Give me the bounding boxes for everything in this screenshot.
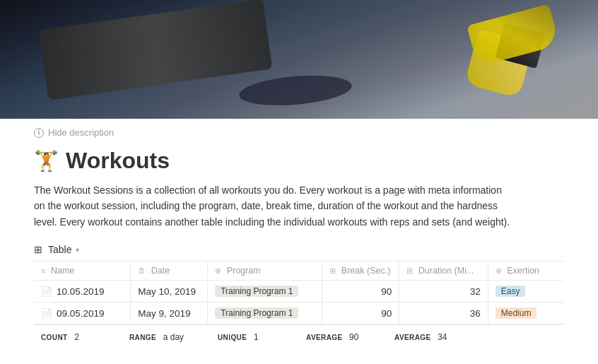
table-row[interactable]: 📄 09.05.2019 May 9, 2019 Training Progra… [34,303,564,324]
info-icon: i [34,128,44,138]
cell-duration-1: 36 [399,303,488,324]
row-exertion-tag-1[interactable]: Medium [496,307,537,319]
cell-program-0: Training Program 1 [208,281,322,303]
cell-date-0: May 10, 2019 [131,281,208,303]
col-program-label: Program [227,266,261,276]
col-header-break[interactable]: ⊞ Break (Sec.) [322,262,399,281]
page-doc-icon: 📄 [41,308,52,319]
footer-unique-value: 1 [254,332,259,342]
footer-avg-break: AVERAGE 90 [299,329,387,345]
footer-count: COUNT 2 [34,329,122,345]
row-duration-1: 36 [470,308,481,319]
page-content: i Hide description 🏋️ Workouts The Worko… [0,119,598,349]
col-header-program[interactable]: ⊕ Program [208,262,322,281]
table-view-toggle[interactable]: ⊞ Table ▾ [34,244,564,255]
footer-unique-label: UNIQUE [218,334,247,341]
col-header-exertion[interactable]: ⊕ Exertion [488,262,564,281]
footer-unique: UNIQUE 1 [211,329,299,345]
row-name-0[interactable]: 10.05.2019 [57,286,105,297]
row-program-tag-0[interactable]: Training Program 1 [215,286,298,297]
footer-exertion-spacer [476,329,564,345]
table-footer: COUNT 2 RANGE a day UNIQUE 1 AVERAGE 90 … [34,324,564,349]
footer-range: RANGE a day [122,329,211,345]
page-title: Workouts [66,148,170,174]
row-duration-0: 32 [470,286,481,297]
cell-duration-0: 32 [399,281,488,303]
footer-count-label: COUNT [41,334,68,341]
footer-avg-break-label: AVERAGE [306,334,343,341]
cell-exertion-0: Easy [488,281,564,303]
footer-avg-duration: AVERAGE 34 [387,329,476,345]
cell-break-1: 90 [322,303,399,324]
col-header-date[interactable]: 🗓 Date [131,262,208,281]
cell-exertion-1: Medium [488,303,564,324]
table-view-label: Table [48,244,71,255]
page-doc-icon: 📄 [41,286,52,297]
col-date-label: Date [151,266,170,276]
page-title-row: 🏋️ Workouts [34,148,564,174]
row-exertion-tag-0[interactable]: Easy [496,286,526,297]
table-header-row: ≡ Name 🗓 Date ⊕ Program ⊞ Break (Sec.) ⊞ [34,262,564,281]
duration-col-icon: ⊞ [406,266,413,276]
cell-program-1: Training Program 1 [208,303,322,324]
page-description: The Workout Sessions is a collection of … [34,182,515,230]
row-program-tag-1[interactable]: Training Program 1 [215,307,298,319]
col-break-label: Break (Sec.) [341,266,390,276]
table-icon: ⊞ [34,244,45,255]
footer-avg-duration-label: AVERAGE [394,334,431,341]
row-break-1: 90 [381,308,392,319]
col-header-duration[interactable]: ⊞ Duration (Mi... [399,262,488,281]
row-name-1[interactable]: 09.05.2019 [57,308,105,319]
footer-avg-break-value: 90 [349,332,358,342]
footer-range-label: RANGE [129,334,156,341]
exertion-col-icon: ⊕ [496,266,502,276]
col-name-label: Name [51,266,74,276]
cell-name-0: 📄 10.05.2019 [34,281,131,303]
row-date-1: May 9, 2019 [138,308,190,319]
program-col-icon: ⊕ [215,266,221,276]
cell-break-0: 90 [322,281,399,303]
hide-description-label: Hide description [48,127,114,138]
col-exertion-label: Exertion [507,266,539,276]
name-col-icon: ≡ [41,266,45,275]
col-duration-label: Duration (Mi... [418,266,474,276]
col-header-name[interactable]: ≡ Name [34,262,131,281]
footer-range-value: a day [163,332,184,342]
cell-date-1: May 9, 2019 [131,303,208,324]
break-col-icon: ⊞ [329,266,336,276]
footer-avg-duration-value: 34 [438,332,447,342]
page-emoji: 🏋️ [34,149,59,172]
date-col-icon: 🗓 [138,266,146,275]
workouts-table: ≡ Name 🗓 Date ⊕ Program ⊞ Break (Sec.) ⊞ [34,261,564,324]
row-break-0: 90 [381,286,392,297]
table-row[interactable]: 📄 10.05.2019 May 10, 2019 Training Progr… [34,281,564,303]
row-date-0: May 10, 2019 [138,286,196,297]
hide-description-toggle[interactable]: i Hide description [34,119,564,143]
hero-banner [0,0,598,119]
footer-count-value: 2 [74,332,79,342]
cell-name-1: 📄 09.05.2019 [34,303,131,324]
chevron-down-icon: ▾ [76,246,79,254]
